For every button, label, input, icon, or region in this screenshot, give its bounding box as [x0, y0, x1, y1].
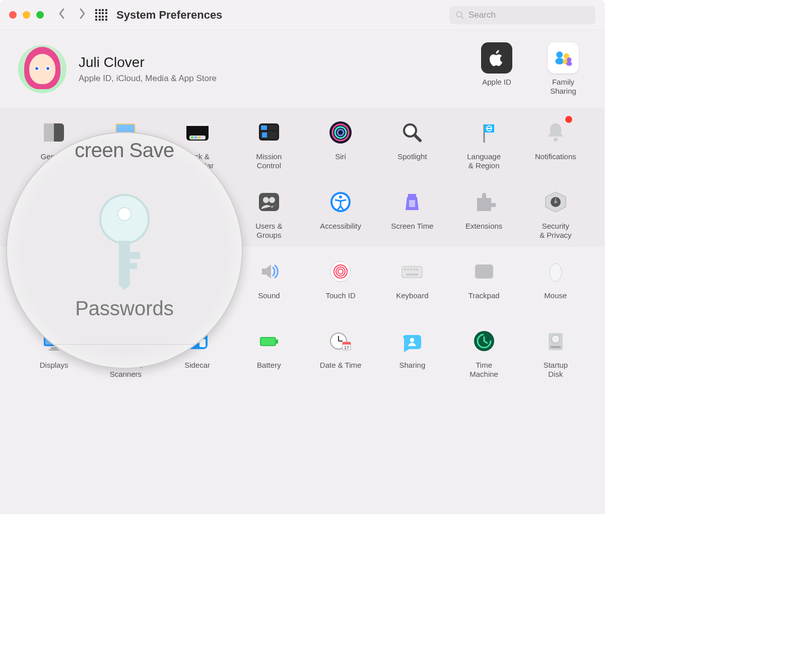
- svg-rect-14: [186, 122, 209, 126]
- pref-battery[interactable]: Battery: [235, 325, 303, 381]
- titlebar: System Preferences: [0, 0, 604, 30]
- svg-rect-18: [198, 137, 200, 139]
- svg-line-1: [461, 16, 463, 19]
- svg-point-52: [339, 195, 342, 198]
- apple-logo-icon: [481, 42, 512, 74]
- search-input[interactable]: [468, 10, 589, 20]
- pref-mission-control[interactable]: MissionControl: [235, 117, 303, 172]
- family-sharing-button[interactable]: FamilySharing: [540, 42, 586, 96]
- pref-users-groups[interactable]: Users &Groups: [235, 186, 303, 242]
- pref-mouse[interactable]: Mouse: [522, 256, 589, 311]
- apple-id-label: Apple ID: [482, 78, 511, 87]
- svg-point-6: [567, 57, 571, 62]
- sharing-icon: [396, 325, 428, 357]
- pref-time-machine[interactable]: TimeMachine: [450, 325, 518, 381]
- pref-spotlight[interactable]: Spotlight: [378, 117, 446, 172]
- svg-text:17: 17: [344, 345, 349, 350]
- passwords-icon-large: [92, 191, 157, 292]
- dock-icon: [182, 117, 213, 148]
- show-all-button[interactable]: [95, 9, 107, 21]
- svg-rect-73: [413, 268, 415, 271]
- profile-row: Juli Clover Apple ID, iCloud, Media & Ap…: [0, 30, 604, 108]
- trackpad-icon: [468, 256, 500, 287]
- battery-icon: [253, 325, 285, 357]
- pref-security-privacy[interactable]: Security& Privacy: [522, 186, 589, 242]
- back-button[interactable]: [58, 7, 66, 23]
- svg-rect-72: [410, 268, 412, 271]
- svg-rect-16: [191, 137, 193, 139]
- pref-startup-disk[interactable]: StartupDisk: [522, 325, 589, 381]
- notifications-icon: [540, 117, 571, 148]
- svg-point-101: [552, 335, 560, 343]
- profile-text[interactable]: Juli Clover Apple ID, iCloud, Media & Ap…: [79, 54, 217, 84]
- general-icon: [38, 117, 70, 148]
- svg-rect-9: [44, 123, 54, 142]
- security-icon: [540, 186, 571, 218]
- user-name: Juli Clover: [79, 54, 217, 71]
- svg-point-97: [410, 338, 414, 342]
- svg-line-29: [415, 135, 420, 141]
- user-avatar[interactable]: [18, 45, 66, 93]
- svg-rect-17: [194, 137, 197, 139]
- pref-trackpad[interactable]: Trackpad: [450, 256, 518, 311]
- svg-point-49: [269, 197, 275, 203]
- magnifier-top-text: creen Save: [75, 139, 174, 162]
- pref-date-time[interactable]: 17 Date & Time: [307, 325, 374, 381]
- mission-control-icon: [253, 117, 285, 148]
- pref-extensions[interactable]: Extensions: [450, 186, 518, 242]
- svg-rect-69: [402, 266, 422, 278]
- extensions-icon: [468, 186, 500, 218]
- close-window-button[interactable]: [9, 11, 17, 19]
- traffic-lights: [9, 11, 44, 19]
- mouse-icon: [540, 256, 571, 287]
- search-field[interactable]: [449, 6, 595, 24]
- svg-rect-71: [407, 268, 409, 271]
- window-title: System Preferences: [116, 9, 222, 22]
- pref-screen-time[interactable]: Screen Time: [378, 186, 446, 242]
- keyboard-icon: [396, 256, 428, 287]
- family-sharing-label: FamilySharing: [550, 78, 576, 96]
- users-groups-icon: [253, 186, 285, 218]
- pref-touch-id[interactable]: Touch ID: [307, 256, 374, 311]
- svg-point-77: [550, 263, 562, 282]
- svg-point-2: [556, 51, 563, 58]
- pref-accessibility[interactable]: Accessibility: [307, 186, 374, 242]
- svg-rect-108: [130, 263, 137, 269]
- svg-point-34: [554, 138, 558, 142]
- svg-rect-75: [406, 274, 418, 276]
- date-time-icon: 17: [325, 325, 356, 357]
- svg-rect-3: [555, 58, 564, 64]
- language-region-icon: [468, 117, 500, 148]
- touch-id-icon: [325, 256, 356, 287]
- svg-rect-20: [261, 125, 267, 130]
- pref-sharing[interactable]: Sharing: [378, 325, 446, 381]
- apple-id-button[interactable]: Apple ID: [474, 42, 520, 96]
- family-icon: [548, 42, 579, 74]
- startup-disk-icon: [540, 325, 571, 357]
- svg-rect-7: [566, 61, 572, 65]
- minimize-window-button[interactable]: [23, 11, 30, 19]
- nav-arrows: [58, 7, 86, 23]
- pref-language-region[interactable]: Language& Region: [450, 117, 518, 172]
- svg-rect-74: [416, 268, 418, 271]
- svg-rect-76: [475, 264, 493, 279]
- pref-keyboard[interactable]: Keyboard: [378, 256, 446, 311]
- pref-notifications[interactable]: Notifications: [522, 117, 589, 172]
- forward-button[interactable]: [78, 7, 86, 23]
- svg-rect-70: [404, 268, 406, 271]
- time-machine-icon: [468, 325, 500, 357]
- pref-sound[interactable]: Sound: [235, 256, 303, 311]
- svg-rect-81: [49, 349, 59, 351]
- sound-icon: [253, 256, 285, 287]
- magnifier-overlay: creen Save Passwords: [6, 132, 243, 369]
- spotlight-icon: [396, 117, 428, 148]
- svg-point-48: [263, 197, 269, 203]
- svg-rect-23: [262, 132, 267, 138]
- zoom-window-button[interactable]: [36, 11, 44, 19]
- siri-icon: [325, 117, 356, 148]
- screen-time-icon: [396, 186, 428, 218]
- user-subtitle: Apple ID, iCloud, Media & App Store: [79, 74, 217, 84]
- pref-siri[interactable]: Siri: [307, 117, 374, 172]
- svg-marker-106: [119, 241, 130, 290]
- search-icon: [455, 11, 464, 20]
